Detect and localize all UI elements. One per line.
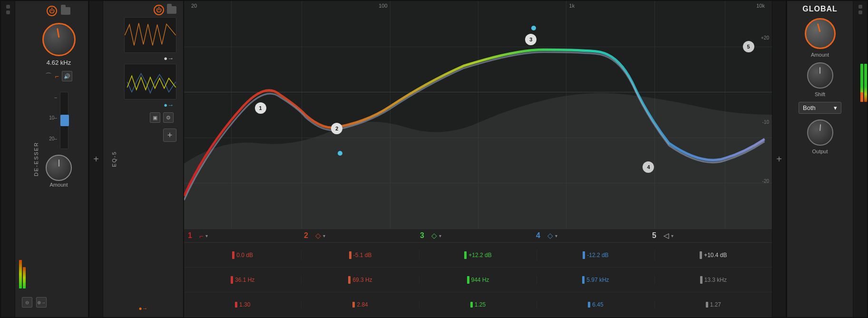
band-node-2[interactable]: 2 — [331, 123, 342, 134]
add-strip-2: + — [772, 1, 786, 317]
deesser-folder-icon[interactable] — [61, 7, 70, 15]
eq-band-col-2: 2 ◇ ▾ — [304, 231, 420, 240]
deesser-bottom-controls: ⊖ ⊕→ — [20, 297, 47, 308]
band-5-q-val[interactable]: 1.27 — [710, 301, 721, 308]
band-2-gain-ind — [349, 251, 351, 259]
eq5-arrow-right-2: ●→ — [164, 101, 174, 109]
band-3-gain-val[interactable]: +12.2 dB — [468, 252, 491, 258]
band-2-num: 2 — [304, 231, 313, 240]
global-both-dropdown[interactable]: Both ▾ — [799, 102, 841, 114]
filter-shelf-icon[interactable]: ⌒ — [45, 72, 52, 80]
global-panel: GLOBAL Amount Shift Both ▾ Output — [786, 1, 853, 317]
deesser-frequency-knob[interactable] — [42, 23, 76, 56]
deesser-io-2[interactable]: ⊕→ — [36, 297, 47, 308]
band-5-freq-cell: 13.3 kHz — [655, 275, 772, 285]
band-2-dropdown[interactable]: ▾ — [323, 233, 330, 238]
band-5-freq-val[interactable]: 13.3 kHz — [704, 277, 727, 283]
band-3-shape[interactable]: ◇ — [431, 231, 437, 240]
band-2-freq-val[interactable]: 69.3 Hz — [352, 277, 372, 283]
band-4-shape[interactable]: ◇ — [547, 231, 553, 240]
deesser-power-button[interactable]: ⏻ — [47, 6, 57, 16]
deesser-amount-knob-indicator — [59, 159, 59, 167]
eq5-display-btn[interactable]: ▣ — [150, 112, 160, 123]
eq5-add-band-button[interactable]: + — [163, 129, 176, 142]
deesser-amount-knob[interactable] — [46, 155, 72, 181]
band-1-shape[interactable]: ⌐ — [199, 232, 204, 240]
band-1-q-cell: 1.30 — [184, 300, 302, 309]
band-1-freq-cell: 36.1 Hz — [184, 275, 302, 285]
add-button-1[interactable]: + — [93, 154, 99, 164]
main-container: ⏻ 4.62 kHz ⌒ ⌐ 🔊 – 10– 20– — [0, 0, 868, 318]
band-3-dropdown[interactable]: ▾ — [439, 233, 446, 238]
global-shift-label: Shift — [815, 91, 825, 97]
band-3-gain-ind — [464, 251, 467, 259]
vu-orange-segment — [860, 92, 863, 102]
global-output-knob[interactable] — [807, 119, 833, 146]
band-5-gain-val[interactable]: +10.4 dB — [704, 252, 727, 258]
band-4-q-ind — [588, 302, 590, 308]
eq-band-col-3: 3 ◇ ▾ — [420, 231, 536, 240]
deesser-fader-thumb[interactable] — [60, 115, 69, 126]
deesser-amount-label: Amount — [50, 182, 68, 188]
band-2-shape[interactable]: ◇ — [315, 231, 321, 240]
vu-meter-global-1 — [860, 64, 863, 102]
band-4-freq-cell: 5.97 kHz — [537, 275, 654, 285]
band-1-q-ind — [235, 302, 237, 308]
eq-main-display: 20 100 1k 10k +20 -10 -20 — [184, 1, 772, 317]
right-dot-2 — [858, 10, 862, 14]
vu-bar-1 — [19, 260, 22, 288]
band-5-q-cell: 1.27 — [655, 300, 772, 309]
eq-freq-row: 36.1 Hz 69.3 Hz 944 Hz 5.97 kHz 13.3 kHz — [184, 268, 772, 292]
eq5-power-button[interactable]: ⏻ — [154, 5, 164, 15]
eq5-top-controls: ⏻ ●→ ●→ — [106, 5, 180, 142]
band-4-q-val[interactable]: 6.45 — [592, 301, 603, 308]
band-2-gain-val[interactable]: -5.1 dB — [353, 252, 372, 258]
band-5-num: 5 — [652, 231, 662, 240]
band-node-3[interactable]: 3 — [525, 34, 536, 45]
band-4-gain-ind — [583, 251, 585, 259]
eq-curve-svg — [184, 1, 772, 229]
band-5-q-ind — [706, 302, 708, 308]
band-4-freq-val[interactable]: 5.97 kHz — [586, 277, 609, 283]
band-3-gain-cell: +12.2 dB — [419, 250, 537, 260]
add-button-2[interactable]: + — [776, 154, 782, 164]
band-1-gain-ind — [232, 251, 234, 259]
deesser-io-1[interactable]: ⊖ — [22, 297, 32, 308]
global-amount-knob[interactable] — [805, 18, 836, 49]
band-2-q-val[interactable]: 2.84 — [357, 301, 368, 308]
band-node-4[interactable]: 4 — [643, 161, 654, 173]
band-5-dropdown[interactable]: ▾ — [671, 233, 678, 238]
eq5-orange-arrow: ●→ — [138, 305, 147, 312]
eq-band-header-row: 1 ⌐ ▾ 2 ◇ ▾ 3 ◇ ▾ 4 — [184, 229, 772, 243]
filter-sharp-icon[interactable]: ⌐ — [55, 72, 59, 80]
deesser-fader-track[interactable] — [60, 92, 68, 149]
band-1-q-val[interactable]: 1.30 — [239, 301, 250, 308]
deesser-vu-meter — [19, 250, 26, 288]
band-4-gain-val[interactable]: -12.2 dB — [587, 252, 608, 258]
deesser-mute-button[interactable]: 🔊 — [62, 71, 72, 81]
global-shift-knob[interactable] — [807, 62, 833, 89]
band-1-dropdown[interactable]: ▾ — [205, 233, 212, 238]
band-1-num: 1 — [188, 231, 197, 240]
eq-band-col-4: 4 ◇ ▾ — [536, 231, 652, 240]
eq5-settings-btn[interactable]: ⚙ — [163, 112, 174, 123]
global-output-knob-indicator — [819, 124, 821, 131]
band-4-dropdown[interactable]: ▾ — [555, 233, 562, 238]
band-3-q-val[interactable]: 1.25 — [475, 301, 486, 308]
eq5-label: EQ-5 — [111, 151, 117, 167]
band-node-5[interactable]: 5 — [743, 41, 754, 52]
eq5-arrow-right-1: ●→ — [164, 55, 174, 62]
band-node-1[interactable]: 1 — [255, 102, 266, 114]
eq-controls: 1 ⌐ ▾ 2 ◇ ▾ 3 ◇ ▾ 4 — [184, 229, 772, 317]
band-1-gain-val[interactable]: 0.0 dB — [236, 252, 253, 258]
band-2-q-cell: 2.84 — [302, 300, 419, 309]
band-2-q-ind — [352, 302, 355, 308]
band-1-freq-val[interactable]: 36.1 Hz — [235, 277, 254, 283]
band-3-freq-val[interactable]: 944 Hz — [471, 277, 489, 283]
band-5-shape[interactable]: ◁ — [663, 231, 669, 240]
both-label: Both — [803, 104, 816, 111]
eq5-folder-icon[interactable] — [167, 6, 176, 14]
band-4-gain-cell: -12.2 dB — [537, 250, 654, 260]
dropdown-arrow-icon: ▾ — [834, 104, 837, 111]
left-dot-2 — [6, 10, 10, 14]
